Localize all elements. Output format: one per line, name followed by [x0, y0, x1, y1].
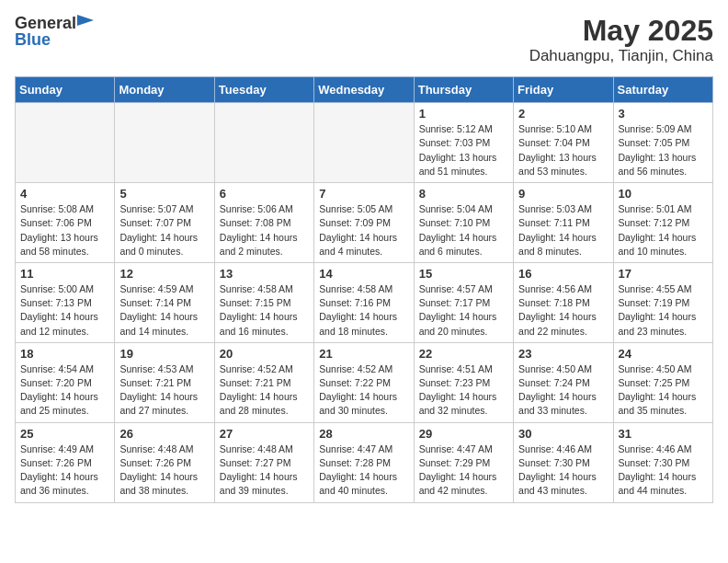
day-cell [16, 103, 115, 183]
week-row-3: 11Sunrise: 5:00 AM Sunset: 7:13 PM Dayli… [16, 262, 713, 342]
day-cell: 7Sunrise: 5:05 AM Sunset: 7:09 PM Daylig… [314, 183, 414, 263]
day-cell: 24Sunrise: 4:50 AM Sunset: 7:25 PM Dayli… [613, 342, 712, 422]
day-number: 13 [220, 267, 309, 281]
day-number: 15 [419, 267, 508, 281]
day-cell: 6Sunrise: 5:06 AM Sunset: 7:08 PM Daylig… [214, 183, 313, 263]
day-cell: 13Sunrise: 4:58 AM Sunset: 7:15 PM Dayli… [214, 262, 313, 342]
day-cell: 27Sunrise: 4:48 AM Sunset: 7:27 PM Dayli… [214, 422, 313, 502]
day-number: 27 [220, 427, 309, 441]
week-row-2: 4Sunrise: 5:08 AM Sunset: 7:06 PM Daylig… [16, 183, 713, 263]
day-cell: 8Sunrise: 5:04 AM Sunset: 7:10 PM Daylig… [414, 183, 513, 263]
logo-flag-icon [77, 15, 94, 29]
day-info: Sunrise: 4:53 AM Sunset: 7:21 PM Dayligh… [119, 362, 209, 419]
day-cell: 11Sunrise: 5:00 AM Sunset: 7:13 PM Dayli… [16, 262, 115, 342]
day-cell: 16Sunrise: 4:56 AM Sunset: 7:18 PM Dayli… [514, 262, 613, 342]
day-number: 18 [20, 347, 109, 361]
day-number: 20 [220, 347, 309, 361]
day-info: Sunrise: 4:46 AM Sunset: 7:30 PM Dayligh… [518, 442, 608, 499]
day-number: 12 [119, 267, 209, 281]
day-info: Sunrise: 4:51 AM Sunset: 7:23 PM Dayligh… [419, 362, 508, 419]
day-number: 29 [419, 427, 508, 441]
day-number: 24 [619, 347, 708, 361]
day-number: 31 [619, 427, 708, 441]
day-cell: 3Sunrise: 5:09 AM Sunset: 7:05 PM Daylig… [613, 103, 712, 183]
day-number: 6 [220, 187, 309, 201]
day-number: 8 [419, 187, 508, 201]
day-cell [115, 103, 214, 183]
day-cell: 21Sunrise: 4:52 AM Sunset: 7:22 PM Dayli… [314, 342, 414, 422]
weekday-saturday: Saturday [613, 77, 712, 103]
weekday-wednesday: Wednesday [314, 77, 414, 103]
day-number: 23 [518, 347, 608, 361]
day-number: 17 [619, 267, 708, 281]
day-info: Sunrise: 5:06 AM Sunset: 7:08 PM Dayligh… [220, 202, 309, 259]
day-number: 10 [619, 187, 708, 201]
day-info: Sunrise: 4:48 AM Sunset: 7:27 PM Dayligh… [220, 442, 309, 499]
weekday-monday: Monday [115, 77, 214, 103]
day-cell [214, 103, 313, 183]
day-info: Sunrise: 4:55 AM Sunset: 7:19 PM Dayligh… [619, 282, 708, 339]
day-number: 30 [518, 427, 608, 441]
calendar-header: SundayMondayTuesdayWednesdayThursdayFrid… [16, 77, 713, 103]
day-info: Sunrise: 5:00 AM Sunset: 7:13 PM Dayligh… [20, 282, 109, 339]
week-row-5: 25Sunrise: 4:49 AM Sunset: 7:26 PM Dayli… [16, 422, 713, 502]
day-cell: 29Sunrise: 4:47 AM Sunset: 7:29 PM Dayli… [414, 422, 513, 502]
day-cell: 18Sunrise: 4:54 AM Sunset: 7:20 PM Dayli… [16, 342, 115, 422]
day-info: Sunrise: 4:47 AM Sunset: 7:29 PM Dayligh… [419, 442, 508, 499]
day-info: Sunrise: 4:50 AM Sunset: 7:24 PM Dayligh… [518, 362, 608, 419]
day-cell: 25Sunrise: 4:49 AM Sunset: 7:26 PM Dayli… [16, 422, 115, 502]
day-info: Sunrise: 5:12 AM Sunset: 7:03 PM Dayligh… [419, 122, 508, 178]
calendar-subtitle: Dahuangpu, Tianjin, China [529, 47, 713, 65]
day-number: 4 [20, 187, 109, 201]
day-cell: 12Sunrise: 4:59 AM Sunset: 7:14 PM Dayli… [115, 262, 214, 342]
day-number: 3 [619, 107, 708, 121]
day-info: Sunrise: 5:08 AM Sunset: 7:06 PM Dayligh… [20, 202, 109, 259]
day-number: 5 [119, 187, 209, 201]
day-info: Sunrise: 5:05 AM Sunset: 7:09 PM Dayligh… [319, 202, 408, 259]
day-info: Sunrise: 5:07 AM Sunset: 7:07 PM Dayligh… [119, 202, 209, 259]
day-info: Sunrise: 4:50 AM Sunset: 7:25 PM Dayligh… [619, 362, 708, 419]
day-info: Sunrise: 4:58 AM Sunset: 7:16 PM Dayligh… [319, 282, 408, 339]
day-number: 25 [20, 427, 109, 441]
day-cell: 26Sunrise: 4:48 AM Sunset: 7:26 PM Dayli… [115, 422, 214, 502]
day-info: Sunrise: 5:04 AM Sunset: 7:10 PM Dayligh… [419, 202, 508, 259]
day-cell: 19Sunrise: 4:53 AM Sunset: 7:21 PM Dayli… [115, 342, 214, 422]
day-cell [314, 103, 414, 183]
day-info: Sunrise: 5:01 AM Sunset: 7:12 PM Dayligh… [619, 202, 708, 259]
day-cell: 17Sunrise: 4:55 AM Sunset: 7:19 PM Dayli… [613, 262, 712, 342]
weekday-header-row: SundayMondayTuesdayWednesdayThursdayFrid… [16, 77, 713, 103]
calendar-table: SundayMondayTuesdayWednesdayThursdayFrid… [15, 76, 713, 502]
day-number: 11 [20, 267, 109, 281]
day-cell: 23Sunrise: 4:50 AM Sunset: 7:24 PM Dayli… [514, 342, 613, 422]
calendar-title: May 2025 [529, 15, 713, 47]
day-number: 9 [518, 187, 608, 201]
weekday-thursday: Thursday [414, 77, 513, 103]
day-cell: 22Sunrise: 4:51 AM Sunset: 7:23 PM Dayli… [414, 342, 513, 422]
day-cell: 20Sunrise: 4:52 AM Sunset: 7:21 PM Dayli… [214, 342, 313, 422]
logo-blue: Blue [15, 31, 51, 48]
day-info: Sunrise: 4:56 AM Sunset: 7:18 PM Dayligh… [518, 282, 608, 339]
day-info: Sunrise: 4:58 AM Sunset: 7:15 PM Dayligh… [220, 282, 309, 339]
svg-marker-0 [77, 15, 94, 26]
day-cell: 9Sunrise: 5:03 AM Sunset: 7:11 PM Daylig… [514, 183, 613, 263]
day-cell: 5Sunrise: 5:07 AM Sunset: 7:07 PM Daylig… [115, 183, 214, 263]
day-number: 1 [419, 107, 508, 121]
day-info: Sunrise: 4:54 AM Sunset: 7:20 PM Dayligh… [20, 362, 109, 419]
day-cell: 4Sunrise: 5:08 AM Sunset: 7:06 PM Daylig… [16, 183, 115, 263]
calendar-body: 1Sunrise: 5:12 AM Sunset: 7:03 PM Daylig… [16, 103, 713, 502]
day-info: Sunrise: 4:59 AM Sunset: 7:14 PM Dayligh… [119, 282, 209, 339]
day-number: 14 [319, 267, 408, 281]
weekday-friday: Friday [514, 77, 613, 103]
week-row-1: 1Sunrise: 5:12 AM Sunset: 7:03 PM Daylig… [16, 103, 713, 183]
day-number: 19 [119, 347, 209, 361]
day-number: 28 [319, 427, 408, 441]
day-cell: 30Sunrise: 4:46 AM Sunset: 7:30 PM Dayli… [514, 422, 613, 502]
page-header: General Blue May 2025 Dahuangpu, Tianjin… [15, 15, 713, 65]
day-info: Sunrise: 4:52 AM Sunset: 7:21 PM Dayligh… [220, 362, 309, 419]
day-number: 26 [119, 427, 209, 441]
day-number: 16 [518, 267, 608, 281]
day-info: Sunrise: 4:57 AM Sunset: 7:17 PM Dayligh… [419, 282, 508, 339]
day-number: 7 [319, 187, 408, 201]
day-info: Sunrise: 4:48 AM Sunset: 7:26 PM Dayligh… [119, 442, 209, 499]
day-cell: 28Sunrise: 4:47 AM Sunset: 7:28 PM Dayli… [314, 422, 414, 502]
